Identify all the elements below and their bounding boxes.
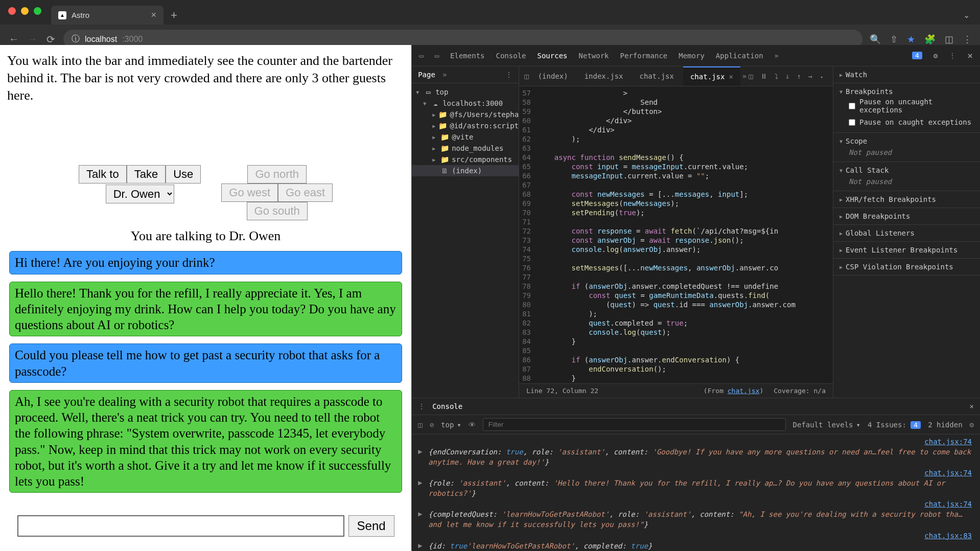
nav-tab-page[interactable]: Page xyxy=(418,71,435,79)
settings-icon[interactable]: ⚙ xyxy=(934,52,938,60)
reload-button[interactable]: ⟳ xyxy=(45,33,56,45)
talking-to-label: You are talking to Dr. Owen xyxy=(7,228,404,244)
console-sidebar-icon[interactable]: ◫ xyxy=(418,421,422,429)
console-tab[interactable]: Console xyxy=(432,402,462,410)
more-file-tabs-icon[interactable]: » xyxy=(742,72,746,80)
step-out-icon[interactable]: ↑ xyxy=(797,72,801,80)
close-devtools-icon[interactable]: × xyxy=(967,50,973,61)
nav-more-icon[interactable]: » xyxy=(442,71,447,79)
nav-menu-icon[interactable]: ⋮ xyxy=(505,71,512,79)
pause-caught-checkbox[interactable]: Pause on caught exceptions xyxy=(839,116,974,128)
clear-console-icon[interactable]: ⊘ xyxy=(430,421,434,429)
chat-message-assistant: Ah, I see you're dealing with a security… xyxy=(9,390,402,493)
back-button[interactable]: ← xyxy=(8,33,19,45)
tree-folder[interactable]: node_modules xyxy=(452,144,503,152)
site-info-icon[interactable]: ⓘ xyxy=(72,34,80,44)
context-selector[interactable]: top▾ xyxy=(441,421,461,429)
issues-label[interactable]: 4 Issues: 4 xyxy=(868,421,921,429)
talk-to-button[interactable]: Talk to xyxy=(79,165,127,183)
debugger-sidebar: ▶Watch ▼Breakpoints Pause on uncaught ex… xyxy=(833,66,980,398)
more-tabs-icon[interactable]: » xyxy=(775,52,779,60)
watch-section[interactable]: ▶Watch xyxy=(839,71,974,79)
dom-bp-section[interactable]: ▶DOM Breakpoints xyxy=(839,212,974,220)
browser-tab[interactable]: ▲ Astro × xyxy=(51,6,164,25)
file-tab[interactable]: chat.jsx xyxy=(633,67,681,85)
code-area[interactable]: 5758596061626364656667686970717273747576… xyxy=(519,86,833,383)
tab-title: Astro xyxy=(72,11,146,19)
tree-folder[interactable]: @id/astro:scripts xyxy=(450,122,519,130)
tab-network[interactable]: Network xyxy=(579,52,609,60)
log-levels-selector[interactable]: Default levels▾ xyxy=(793,421,860,429)
file-tab[interactable]: index.jsx xyxy=(577,67,631,85)
deactivate-bp-icon[interactable]: ⬩ xyxy=(820,72,824,80)
tree-host[interactable]: localhost:3000 xyxy=(442,99,503,107)
send-button[interactable]: Send xyxy=(348,515,394,537)
source-map-link[interactable]: chat.jsx xyxy=(728,387,760,395)
close-drawer-icon[interactable]: × xyxy=(970,402,974,410)
tab-memory[interactable]: Memory xyxy=(679,52,705,60)
go-east-button[interactable]: Go east xyxy=(278,183,333,202)
chat-log[interactable]: Hi there! Are you enjoying your drink? H… xyxy=(7,251,404,506)
callstack-section[interactable]: ▼Call Stack xyxy=(839,166,974,174)
go-north-button[interactable]: Go north xyxy=(247,165,307,183)
extensions-icon[interactable]: 🧩 xyxy=(924,34,936,45)
search-icon[interactable]: 🔍 xyxy=(870,34,881,45)
inspect-icon[interactable]: ▭ xyxy=(419,52,423,60)
tab-application[interactable]: Application xyxy=(716,52,763,60)
minimize-window-button[interactable] xyxy=(21,7,29,15)
breakpoints-section[interactable]: ▼Breakpoints xyxy=(839,87,974,96)
device-toolbar-icon[interactable]: ▭ xyxy=(435,52,439,60)
chevron-down-icon[interactable]: ⌄ xyxy=(963,10,970,20)
step-over-icon[interactable]: ⤵ xyxy=(775,72,778,80)
tree-file[interactable]: (index) xyxy=(452,167,482,175)
share-icon[interactable]: ⇧ xyxy=(890,34,898,45)
go-west-button[interactable]: Go west xyxy=(221,183,278,202)
menu-icon[interactable]: ⋮ xyxy=(963,34,972,45)
tab-console[interactable]: Console xyxy=(496,52,526,60)
file-tab[interactable]: chat.jsx× xyxy=(683,66,740,86)
console-menu-icon[interactable]: ⋮ xyxy=(418,402,425,410)
tab-sources[interactable]: Sources xyxy=(538,52,568,60)
tree-folder[interactable]: @fs/Users/stepha xyxy=(450,110,519,119)
event-bp-section[interactable]: ▶Event Listener Breakpoints xyxy=(839,246,974,254)
step-into-icon[interactable]: ↓ xyxy=(785,72,789,80)
step-icon[interactable]: → xyxy=(808,72,812,80)
console-filter-input[interactable] xyxy=(483,418,786,431)
xhr-bp-section[interactable]: ▶XHR/fetch Breakpoints xyxy=(839,195,974,203)
pause-uncaught-checkbox[interactable]: Pause on uncaught exceptions xyxy=(839,96,974,116)
file-tree[interactable]: ▼▭top ▼☁localhost:3000 ▶📁@fs/Users/steph… xyxy=(412,83,519,179)
close-tab-icon[interactable]: × xyxy=(151,10,156,20)
chat-input[interactable] xyxy=(17,515,344,537)
code-lines[interactable]: > Send </button> </div> </div> ); async … xyxy=(537,86,796,383)
console-output[interactable]: chat.jsx:74▶{endConversation: true, role… xyxy=(412,434,980,551)
console-drawer: ⋮ Console × ◫ ⊘ top▾ 👁 Default levels▾ 4… xyxy=(412,398,980,551)
go-south-button[interactable]: Go south xyxy=(247,202,308,220)
issues-indicator[interactable]: 4 xyxy=(912,52,922,59)
close-window-button[interactable] xyxy=(8,7,16,15)
global-listeners-section[interactable]: ▶Global Listeners xyxy=(839,229,974,237)
fullscreen-window-button[interactable] xyxy=(34,7,41,15)
sidepanel-icon[interactable]: ◫ xyxy=(945,34,953,45)
more-icon[interactable]: ⋮ xyxy=(949,52,956,60)
pause-icon[interactable]: ⏸ xyxy=(760,72,767,80)
toggle-debugger-icon[interactable]: ◫ xyxy=(749,72,753,80)
bookmark-icon[interactable]: ★ xyxy=(907,34,915,45)
new-tab-button[interactable]: + xyxy=(171,9,177,22)
file-tab[interactable]: (index) xyxy=(531,67,575,85)
scope-section[interactable]: ▼Scope xyxy=(839,137,974,145)
forward-button[interactable]: → xyxy=(27,33,38,45)
live-expression-icon[interactable]: 👁 xyxy=(469,421,476,429)
use-button[interactable]: Use xyxy=(166,165,201,183)
tree-folder[interactable]: @vite xyxy=(452,133,473,141)
console-settings-icon[interactable]: ⚙ xyxy=(970,421,974,429)
chat-message-user: Could you please tell me how to get past… xyxy=(9,343,402,383)
tree-folder[interactable]: src/components xyxy=(452,155,512,164)
tree-top[interactable]: top xyxy=(435,88,448,96)
tab-elements[interactable]: Elements xyxy=(450,52,484,60)
tab-performance[interactable]: Performance xyxy=(620,52,668,60)
close-file-icon[interactable]: × xyxy=(729,73,733,81)
toggle-nav-icon[interactable]: ◫ xyxy=(524,72,528,80)
take-button[interactable]: Take xyxy=(127,165,166,183)
npc-select[interactable]: Dr. Owen xyxy=(106,185,174,203)
csp-bp-section[interactable]: ▶CSP Violation Breakpoints xyxy=(839,263,974,271)
